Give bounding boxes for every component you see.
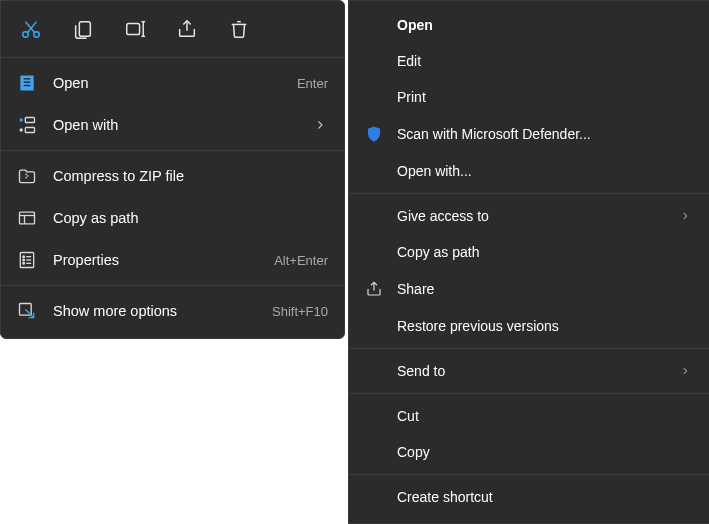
svg-point-25 (23, 256, 25, 258)
zip-icon (17, 166, 43, 186)
svg-rect-17 (25, 128, 34, 133)
open-with-icon (17, 115, 43, 135)
separator (1, 285, 344, 286)
menu-item-label: Create shortcut (397, 489, 693, 505)
menu-item-label: Edit (397, 53, 693, 69)
open-icon (17, 73, 43, 93)
svg-rect-10 (20, 76, 33, 91)
menu-item-copy-path[interactable]: Copy as path (349, 234, 709, 270)
chevron-right-icon (677, 211, 693, 221)
menu-item-edit[interactable]: Edit (349, 43, 709, 79)
context-menu-classic: Open Edit Print Scan with Microsoft Defe… (348, 0, 709, 524)
separator (349, 348, 709, 349)
menu-item-label: Compress to ZIP file (53, 168, 328, 184)
menu-item-label: Show more options (53, 303, 264, 319)
menu-item-send-to[interactable]: Send to (349, 353, 709, 389)
svg-point-27 (23, 259, 25, 261)
menu-item-label: Share (397, 281, 693, 297)
menu-item-delete[interactable]: Delete (349, 515, 709, 524)
menu-item-label: Open with... (397, 163, 693, 179)
chevron-right-icon (312, 119, 328, 131)
menu-item-label: Copy (397, 444, 693, 460)
cut-button[interactable] (17, 15, 45, 43)
menu-item-label: Print (397, 89, 693, 105)
menu-item-cut[interactable]: Cut (349, 398, 709, 434)
menu-item-label: Scan with Microsoft Defender... (397, 126, 693, 142)
menu-item-copy[interactable]: Copy (349, 434, 709, 470)
menu-item-scan-defender[interactable]: Scan with Microsoft Defender... (349, 115, 709, 153)
svg-rect-4 (79, 22, 90, 37)
menu-item-copy-path[interactable]: Copy as path (1, 197, 344, 239)
delete-button[interactable] (225, 15, 253, 43)
svg-line-3 (26, 22, 35, 33)
separator (1, 150, 344, 151)
menu-item-label: Send to (397, 363, 677, 379)
menu-item-create-shortcut[interactable]: Create shortcut (349, 479, 709, 515)
menu-item-give-access[interactable]: Give access to (349, 198, 709, 234)
separator (349, 193, 709, 194)
rename-button[interactable] (121, 15, 149, 43)
svg-line-2 (28, 22, 37, 33)
svg-point-14 (20, 118, 23, 121)
menu-item-shortcut: Enter (297, 76, 328, 91)
svg-point-1 (34, 32, 40, 38)
menu-item-share[interactable]: Share (349, 270, 709, 308)
shield-icon (365, 125, 389, 143)
menu-item-label: Give access to (397, 208, 677, 224)
menu-item-open-with[interactable]: Open with... (349, 153, 709, 189)
menu-item-label: Open (397, 17, 693, 33)
menu-item-label: Open (53, 75, 289, 91)
share-icon (365, 280, 389, 298)
menu-item-label: Copy as path (397, 244, 693, 260)
menu-item-print[interactable]: Print (349, 79, 709, 115)
menu-item-label: Properties (53, 252, 266, 268)
menu-item-label: Restore previous versions (397, 318, 693, 334)
menu-item-label: Cut (397, 408, 693, 424)
svg-rect-21 (20, 212, 35, 224)
svg-point-29 (23, 263, 25, 265)
separator (349, 393, 709, 394)
svg-rect-16 (25, 118, 34, 123)
menu-item-open[interactable]: Open (349, 7, 709, 43)
menu-item-show-more[interactable]: Show more options Shift+F10 (1, 290, 344, 332)
menu-item-open-with[interactable]: Open with (1, 104, 344, 146)
separator (349, 474, 709, 475)
context-menu-win11: Open Enter Open with Compress to ZIP fil… (0, 0, 345, 339)
properties-icon (17, 250, 43, 270)
separator (1, 57, 344, 58)
menu-item-compress[interactable]: Compress to ZIP file (1, 155, 344, 197)
menu-item-shortcut: Shift+F10 (272, 304, 328, 319)
svg-point-0 (23, 32, 29, 38)
menu-item-label: Open with (53, 117, 312, 133)
show-more-icon (17, 301, 43, 321)
svg-point-15 (20, 128, 23, 131)
menu-item-label: Copy as path (53, 210, 328, 226)
share-button[interactable] (173, 15, 201, 43)
menu-item-properties[interactable]: Properties Alt+Enter (1, 239, 344, 281)
svg-rect-5 (127, 24, 140, 35)
menu-item-shortcut: Alt+Enter (274, 253, 328, 268)
menu-item-restore-versions[interactable]: Restore previous versions (349, 308, 709, 344)
copy-path-icon (17, 208, 43, 228)
copy-button[interactable] (69, 15, 97, 43)
chevron-right-icon (677, 366, 693, 376)
menu-item-open[interactable]: Open Enter (1, 62, 344, 104)
context-toolbar (1, 7, 344, 53)
